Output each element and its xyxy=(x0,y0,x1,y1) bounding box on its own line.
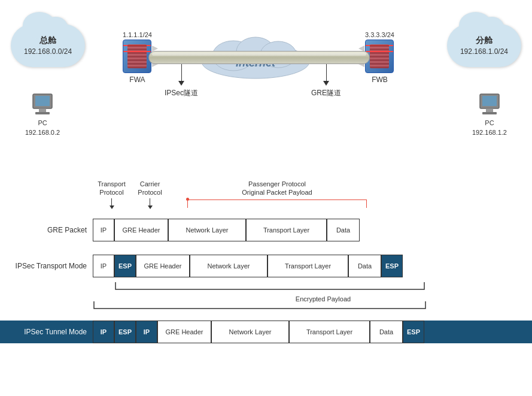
ipsec-label-group: IPSec隧道 xyxy=(165,64,198,98)
right-cloud-shape: 分舱 192.168.1.0/24 xyxy=(447,24,521,67)
pipe-body xyxy=(148,51,370,64)
ipsec-tunnel-cells: IP ESP IP GRE Header Network Layer Trans… xyxy=(93,321,424,343)
spacer-1 xyxy=(0,245,532,255)
gre-ip-cell: IP xyxy=(93,219,114,241)
encrypted-payload-section: Encrypted Payload xyxy=(93,281,532,300)
packet-diagrams: Transport Protocol Carrier Protocol Pass… xyxy=(0,174,532,349)
tunnel-brace-svg xyxy=(93,300,427,319)
ipsec-data-cell: Data xyxy=(348,255,381,277)
transport-protocol-label: Transport Protocol xyxy=(95,180,128,209)
ipsec-tunnel-row: IPSec Tunnel Mode IP ESP IP GRE Header N… xyxy=(0,321,532,343)
ipsec-ip-cell: IP xyxy=(93,255,114,277)
tunnel-ip2-cell: IP xyxy=(136,321,157,343)
tunnel-gre-cell: GRE Header xyxy=(157,321,211,343)
svg-rect-10 xyxy=(482,96,497,106)
gre-packet-row: GRE Packet IP GRE Header Network Layer T… xyxy=(0,219,532,241)
gre-data-cell: Data xyxy=(327,219,360,241)
gre-transport-cell: Transport Layer xyxy=(246,219,327,241)
right-pc-icon xyxy=(476,93,503,117)
ipsec-esp1-cell: ESP xyxy=(114,255,136,277)
gre-label-group: GRE隧道 xyxy=(311,64,341,98)
transport-arrow xyxy=(95,198,128,209)
tunnel-transport-cell: Transport Layer xyxy=(289,321,370,343)
fwa-label: FWA xyxy=(129,75,145,84)
bracket-right xyxy=(366,199,367,208)
ipsec-tunnel-label: IPSec Tunnel Mode xyxy=(0,328,93,336)
svg-rect-12 xyxy=(482,112,497,114)
svg-rect-8 xyxy=(35,112,50,114)
right-cloud: 分舱 192.168.1.0/24 xyxy=(447,24,521,67)
left-cloud: 总舱 192.168.0.0/24 xyxy=(11,24,85,67)
tunnel-ip-cell: IP xyxy=(93,321,114,343)
ipsec-arrow-head xyxy=(178,81,184,86)
tunnel-brace-section xyxy=(93,300,532,319)
svg-rect-11 xyxy=(486,108,493,112)
passenger-protocol-label: Passenger Protocol Original Packet Paylo… xyxy=(184,180,370,208)
fwa-pattern xyxy=(127,44,147,68)
encrypted-brace: Encrypted Payload xyxy=(114,281,532,303)
ipsec-transport-label: IPSec Transport Mode xyxy=(0,262,93,270)
gre-network-cell: Network Layer xyxy=(168,219,246,241)
ipsec-tunnel-label: IPSec隧道 xyxy=(165,88,198,98)
right-cloud-name: 分舱 xyxy=(460,35,508,47)
fwa-box xyxy=(123,40,151,73)
annotations-row: Transport Protocol Carrier Protocol Pass… xyxy=(93,180,532,219)
left-pc-label: PC xyxy=(38,119,47,126)
left-cloud-name: 总舱 xyxy=(24,35,72,47)
bracket xyxy=(184,199,370,208)
ipsec-transport-row: IPSec Transport Mode IP ESP GRE Header N… xyxy=(0,255,532,277)
right-pc-label: PC xyxy=(485,119,494,126)
bracket-dot xyxy=(186,198,189,201)
left-pc-icon xyxy=(29,93,56,117)
pipe-shine xyxy=(152,53,366,56)
gre-packet-label: GRE Packet xyxy=(0,226,93,234)
right-pc-ip: 192.168.1.2 xyxy=(472,129,507,136)
ipsec-gre-cell: GRE Header xyxy=(136,255,190,277)
gre-header-cell: GRE Header xyxy=(114,219,168,241)
fwa-ip: 1.1.1.1/24 xyxy=(123,31,152,38)
right-pc: PC 192.168.1.2 xyxy=(472,93,507,136)
firewall-a: 1.1.1.1/24 FWA xyxy=(123,31,152,84)
left-cloud-shape: 总舱 192.168.0.0/24 xyxy=(11,24,85,67)
carrier-arrow xyxy=(133,198,166,209)
left-pc: PC 192.168.0.2 xyxy=(25,93,60,136)
tunnel-esp1-cell: ESP xyxy=(114,321,136,343)
svg-rect-6 xyxy=(35,96,50,106)
gre-arrow-line xyxy=(326,64,327,81)
ipsec-transport-cell: Transport Layer xyxy=(267,255,348,277)
ipsec-transport-cells: IP ESP GRE Header Network Layer Transpor… xyxy=(93,255,403,277)
tunnel-data-cell: Data xyxy=(370,321,403,343)
network-diagram: 总舱 192.168.0.0/24 分舱 192.168.1.0/24 1.1.… xyxy=(0,0,532,174)
fwb-pattern xyxy=(370,44,389,68)
ipsec-esp2-cell: ESP xyxy=(381,255,403,277)
bracket-left xyxy=(187,199,188,208)
left-cloud-subnet: 192.168.0.0/24 xyxy=(24,47,72,57)
tunnel-esp2-cell: ESP xyxy=(403,321,424,343)
gre-tunnel-label: GRE隧道 xyxy=(311,88,341,98)
tunnel-pipe xyxy=(148,51,370,64)
gre-arrow-head xyxy=(323,81,329,86)
ipsec-network-cell: Network Layer xyxy=(190,255,267,277)
carrier-protocol-label: Carrier Protocol xyxy=(133,180,166,209)
tunnel-network-cell: Network Layer xyxy=(211,321,289,343)
fwb-label: FWB xyxy=(372,75,388,84)
gre-packet-cells: IP GRE Header Network Layer Transport La… xyxy=(93,219,360,241)
encrypted-brace-svg xyxy=(114,281,425,300)
left-pc-ip: 192.168.0.2 xyxy=(25,129,60,136)
bracket-top xyxy=(187,199,367,200)
right-cloud-subnet: 192.168.1.0/24 xyxy=(460,47,508,57)
fwb-ip: 3.3.3.3/24 xyxy=(365,31,394,38)
tunnel-brace xyxy=(93,300,532,322)
ipsec-arrow-line xyxy=(181,64,182,81)
svg-rect-7 xyxy=(39,108,46,112)
